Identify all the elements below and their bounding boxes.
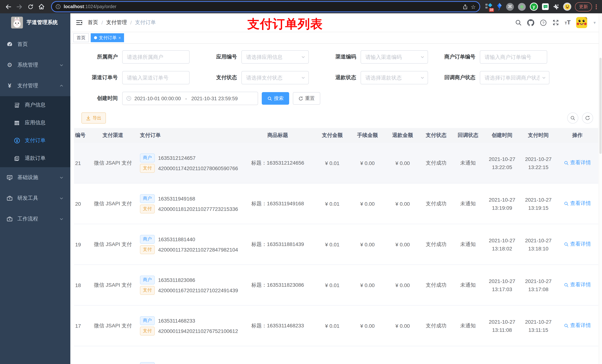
site-info-icon[interactable] xyxy=(55,4,61,9)
address-bar[interactable]: localhost:1024/pay/order ☆ xyxy=(51,1,480,12)
dashboard-icon xyxy=(6,42,13,47)
share-icon[interactable] xyxy=(462,4,468,10)
extensions-puzzle-icon[interactable] xyxy=(553,3,559,10)
browser-forward-button[interactable] xyxy=(14,1,24,12)
browser-reload-button[interactable] xyxy=(25,1,35,12)
product-title-cell: 标题：1635311881439 xyxy=(241,224,315,265)
payment-submenu: 商户信息 应用信息 支付订单 xyxy=(0,96,70,167)
screen: localhost:1024/pay/order ☆ 10 ⌘ y xyxy=(0,0,602,364)
monitor-icon xyxy=(6,175,13,180)
column-header-7: 支付状态 xyxy=(420,128,452,143)
chevron-down-icon xyxy=(301,55,305,59)
sidebar-item-workflow[interactable]: 工作流程 xyxy=(0,209,70,229)
sidebar-item-infrastructure[interactable]: 基础设施 xyxy=(0,167,70,188)
merchant-input[interactable] xyxy=(123,54,189,60)
view-detail-link[interactable]: 查看详情 xyxy=(564,200,591,207)
filter-refund-status: 退款状态 xyxy=(319,71,428,84)
chevron-down-icon xyxy=(59,63,64,67)
export-button[interactable]: 导出 xyxy=(81,113,106,124)
chevron-down-icon xyxy=(59,217,64,221)
reset-button[interactable]: 重置 xyxy=(293,92,320,105)
pay-status-select[interactable] xyxy=(242,75,308,81)
sidebar-item-home[interactable]: 首页 xyxy=(0,34,70,55)
header-search-icon[interactable] xyxy=(515,19,522,26)
search-button[interactable]: 搜索 xyxy=(262,92,289,105)
merchant-tag: 商户 xyxy=(140,194,155,203)
table-row: 20 微信 JSAPI 支付 商户1635311949168 支付4200001… xyxy=(74,183,598,224)
extension-chat-icon[interactable] xyxy=(542,3,549,10)
pay-channel-cell: 微信 JSAPI 支付 xyxy=(89,183,137,224)
pay-time-cell: 2021-10-2713:17:08 xyxy=(520,265,557,305)
date-end: 2021-10-31 23:59:59 xyxy=(191,96,238,101)
refund-status-select[interactable] xyxy=(361,75,428,81)
merchant-tag: 商户 xyxy=(140,153,155,162)
sidebar-item-label: 基础设施 xyxy=(17,174,38,181)
extension-emoji-icon[interactable] xyxy=(563,3,571,11)
tab-close-icon[interactable]: × xyxy=(118,35,121,40)
view-detail-link[interactable]: 查看详情 xyxy=(564,160,591,166)
view-detail-link[interactable]: 查看详情 xyxy=(564,322,591,329)
refresh-table-button[interactable] xyxy=(582,113,593,124)
order-id-cell: 19 xyxy=(74,224,89,265)
scrollbar-thumb[interactable] xyxy=(599,58,602,154)
extension-diamond-icon[interactable]: 10 xyxy=(485,3,493,11)
tab-pay-order[interactable]: 支付订单 × xyxy=(91,33,124,42)
channel-code-select[interactable] xyxy=(361,54,428,60)
merchant-order-no-input[interactable] xyxy=(480,54,547,60)
notify-status-cell: 未通知 xyxy=(452,224,484,265)
pay-amount-cell: ¥ 0.01 xyxy=(315,224,350,265)
pay-time-cell: 2021-10-2713:18:10 xyxy=(520,224,557,265)
app-select[interactable] xyxy=(242,54,308,60)
extension-kite-icon[interactable] xyxy=(497,3,502,10)
refund-amount-cell: ¥ 0.00 xyxy=(385,265,420,305)
user-avatar[interactable] xyxy=(576,17,587,28)
pay-amount-cell: ¥ 0.01 xyxy=(315,305,350,346)
filter-merchant: 所属商户 xyxy=(81,50,190,64)
fee-amount-cell: ¥ 0.00 xyxy=(350,265,385,305)
notify-status-cell: 未通知 xyxy=(452,305,484,346)
sidebar-item-dev-tools[interactable]: 研发工具 xyxy=(0,188,70,209)
toggle-search-button[interactable] xyxy=(567,113,578,124)
create-time-cell: 2021-10-2713:22:05 xyxy=(484,143,520,183)
avatar-caret-icon[interactable]: ▼ xyxy=(593,21,596,25)
tab-home[interactable]: 首页 xyxy=(73,33,89,42)
extension-dot-icon[interactable] xyxy=(518,3,526,10)
pay-order-cell: 商户1635311949168 支付4200001181202110277723… xyxy=(137,183,241,224)
sidebar-toggle-icon[interactable] xyxy=(76,19,83,26)
date-range-picker[interactable]: 2021-10-01 00:00:00 - 2021-10-31 23:59:5… xyxy=(122,92,258,105)
column-header-9: 创建时间 xyxy=(484,128,520,143)
page-scrollbar[interactable] xyxy=(599,13,602,364)
sidebar-item-pay-order[interactable]: 支付订单 xyxy=(0,132,70,149)
fullscreen-icon[interactable] xyxy=(552,19,559,26)
column-header-8: 回调状态 xyxy=(452,128,484,143)
help-icon[interactable]: ? xyxy=(540,19,547,26)
github-icon[interactable] xyxy=(527,19,534,26)
sidebar-item-refund-order[interactable]: 退款订单 xyxy=(0,149,70,167)
browser-update-button[interactable]: 更新 xyxy=(575,2,592,11)
browser-menu-icon[interactable] xyxy=(596,4,597,9)
channel-order-no-input[interactable] xyxy=(123,75,189,81)
yen-circle-icon xyxy=(14,138,20,144)
font-size-icon[interactable]: TT xyxy=(565,20,570,26)
extension-y-icon[interactable]: y xyxy=(530,3,538,11)
sidebar-item-label: 应用信息 xyxy=(25,119,45,126)
action-cell: 查看详情 xyxy=(557,183,598,224)
browser-back-button[interactable] xyxy=(3,1,13,12)
app-logo[interactable]: 芋道管理系统 xyxy=(0,13,70,32)
view-detail-link[interactable]: 查看详情 xyxy=(564,241,591,248)
sidebar-item-system[interactable]: ⚙ 系统管理 xyxy=(0,55,70,75)
sidebar-item-app-info[interactable]: 应用信息 xyxy=(0,114,70,132)
extension-command-icon[interactable]: ⌘ xyxy=(506,3,514,10)
briefcase-icon xyxy=(6,216,13,222)
top-navbar: 首页 / 支付管理 / 支付订单 支付订单列表 ? TT xyxy=(70,13,602,32)
notify-status-select[interactable] xyxy=(480,75,549,81)
view-detail-link[interactable]: 查看详情 xyxy=(564,282,591,288)
column-header-3: 商品标题 xyxy=(241,128,315,143)
browser-home-button[interactable] xyxy=(36,1,47,12)
sidebar-item-merchant-info[interactable]: 商户信息 xyxy=(0,96,70,114)
pay-time-cell: 2021-10-2713:19:15 xyxy=(520,183,557,224)
breadcrumb-pay-manage[interactable]: 支付管理 xyxy=(106,19,127,26)
breadcrumb-home[interactable]: 首页 xyxy=(88,19,98,26)
bookmark-star-icon[interactable]: ☆ xyxy=(471,4,476,10)
sidebar-item-payment[interactable]: ¥ 支付管理 xyxy=(0,75,70,96)
